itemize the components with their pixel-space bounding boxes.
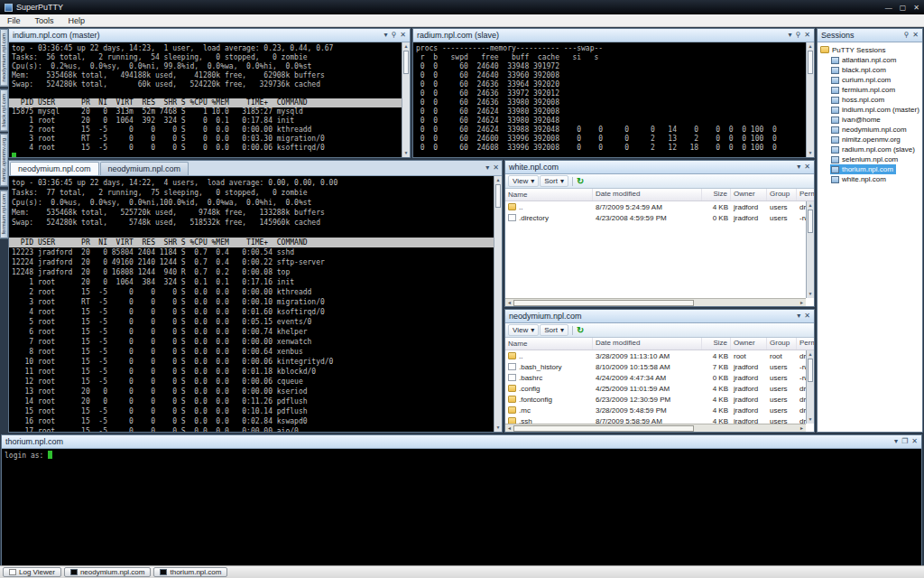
menu-item[interactable]: File (0, 15, 28, 26)
close-icon[interactable]: ✕ (913, 4, 919, 12)
file-row[interactable]: .directory 4/23/2008 4:59:59 PM 0 KB jra… (505, 212, 806, 223)
chevron-down-icon[interactable]: ▾ (797, 163, 800, 171)
close-icon[interactable]: ✕ (493, 164, 499, 172)
sort-button[interactable]: Sort ▾ (540, 324, 568, 336)
session-item[interactable]: indium.npl.com (master) (830, 105, 922, 115)
column-header-cell[interactable]: Group (767, 338, 797, 350)
column-header-cell[interactable]: Size (702, 189, 731, 200)
file-row[interactable]: .bash_history 8/10/2009 10:15:58 AM 7 KB… (505, 361, 806, 372)
file-row[interactable]: .mc 3/28/2009 5:48:59 PM 4 KB jradford u… (505, 405, 806, 415)
column-header-cell[interactable]: Group (767, 189, 797, 200)
close-icon[interactable]: ✕ (804, 312, 810, 320)
taskbar-button[interactable]: neodymium.npl.com (64, 567, 152, 577)
column-header-cell[interactable]: Name (505, 338, 593, 350)
scroll-up-icon[interactable]: ▲ (402, 42, 410, 51)
view-button[interactable]: View ▾ (508, 175, 539, 187)
pin-icon[interactable]: ⚲ (795, 32, 800, 39)
column-header-cell[interactable]: Owner (731, 338, 767, 350)
file-row[interactable]: .. 3/28/2009 11:13:10 AM 4 KB root root … (505, 350, 806, 361)
session-item[interactable]: black.npl.com (830, 65, 889, 75)
refresh-icon[interactable]: ↻ (577, 176, 584, 186)
scroll-down-icon[interactable]: ▼ (807, 415, 814, 424)
collapsed-pane-tab[interactable]: neodymium.npl.com (0, 29, 8, 87)
scroll-down-icon[interactable]: ▼ (807, 149, 814, 157)
session-item[interactable]: nimitz.openmv.org (830, 135, 903, 144)
chevron-down-icon[interactable]: ▾ (788, 32, 791, 39)
horizontal-scrollbar[interactable]: ◄ ► (505, 298, 806, 306)
sort-button[interactable]: Sort ▾ (540, 175, 568, 187)
terminal-thorium[interactable]: login as: (2, 449, 921, 565)
column-header-cell[interactable]: Owner (731, 189, 767, 200)
session-item[interactable]: atlantian.npl.com (830, 55, 899, 65)
chevron-down-icon[interactable]: ▾ (383, 32, 387, 39)
column-header-cell[interactable]: Date modified (593, 189, 702, 200)
window-titlebar[interactable]: SuperPuTTY — ▢ ✕ (0, 0, 924, 14)
scroll-down-icon[interactable]: ▼ (402, 149, 410, 157)
column-header-cell[interactable]: Date modified (593, 338, 702, 350)
chevron-down-icon[interactable]: ▾ (797, 312, 800, 320)
scroll-down-icon[interactable]: ▼ (494, 424, 502, 432)
scroll-down-icon[interactable]: ▼ (807, 290, 814, 298)
terminal-tab[interactable]: neodymium.npl.com (100, 162, 189, 175)
session-item[interactable]: hoss.npl.com (830, 95, 887, 105)
scroll-thumb[interactable] (513, 300, 694, 306)
collapsed-pane-tab[interactable]: black.npl.com (0, 89, 8, 132)
menu-item[interactable]: Help (61, 15, 93, 26)
pane-titlebar[interactable]: neodymium.npl.com ▾ ✕ (505, 310, 814, 323)
session-item[interactable]: fermium.npl.com (830, 85, 898, 95)
close-icon[interactable]: ✕ (911, 438, 918, 445)
collapsed-pane-tab[interactable]: nimitz.openmv.org (0, 134, 8, 187)
file-row[interactable]: .bashrc 4/24/2009 4:47:34 AM 0 KB jradfo… (505, 372, 806, 383)
terminal-tab[interactable]: neodymium.npl.com (10, 162, 99, 175)
scroll-left-icon[interactable]: ◄ (505, 300, 513, 305)
scroll-up-icon[interactable]: ▲ (807, 350, 814, 359)
file-row[interactable]: .config 4/25/2009 11:01:59 AM 4 KB jradf… (505, 383, 806, 394)
column-header-cell[interactable]: Permissions (797, 338, 814, 350)
scroll-up-icon[interactable]: ▲ (807, 201, 814, 210)
session-item[interactable]: thorium.npl.com (830, 164, 896, 174)
terminal-indium[interactable]: top - 03:36:45 up 22 days, 14:23, 1 user… (9, 42, 410, 157)
taskbar-button[interactable]: Log Viewer (3, 567, 61, 577)
scroll-thumb[interactable] (808, 51, 813, 74)
close-icon[interactable]: ✕ (804, 32, 810, 39)
scroll-thumb[interactable] (495, 184, 501, 208)
close-icon[interactable]: ✕ (912, 32, 919, 39)
session-item[interactable]: neodymium.npl.com (830, 125, 910, 135)
file-row[interactable]: .. 8/7/2009 5:24:59 AM 4 KB jradford use… (505, 201, 806, 212)
session-item[interactable]: radium.npl.com (slave) (830, 144, 918, 154)
scroll-up-icon[interactable]: ▲ (807, 42, 814, 51)
sessions-titlebar[interactable]: Sessions ⚲ ✕ (818, 29, 922, 42)
pane-titlebar[interactable]: white.npl.com ▾ ✕ (505, 161, 814, 174)
vertical-scrollbar[interactable]: ▲ ▼ (806, 350, 814, 424)
scroll-up-icon[interactable]: ▲ (494, 176, 502, 184)
pane-titlebar[interactable]: radium.npl.com (slave) ▾ ⚲ ✕ (413, 29, 814, 42)
maximize-icon[interactable]: ▢ (900, 4, 907, 12)
pane-titlebar[interactable]: thorium.npl.com ▾ ❐ ✕ (2, 435, 921, 449)
vertical-scrollbar[interactable]: ▲ ▼ (806, 42, 814, 157)
scroll-thumb[interactable] (808, 210, 813, 233)
terminal-neodymium[interactable]: top - 03:36:45 up 22 days, 14:22, 4 user… (9, 176, 502, 432)
scroll-right-icon[interactable]: ► (798, 425, 806, 431)
chevron-down-icon[interactable]: ▾ (894, 438, 898, 445)
collapsed-pane-tab[interactable]: fermium.npl.com (0, 190, 8, 238)
close-icon[interactable]: ✕ (400, 32, 406, 39)
terminal-radium[interactable]: procs -----------memory---------- ---swa… (413, 42, 814, 157)
menu-item[interactable]: Tools (28, 15, 61, 26)
scroll-thumb[interactable] (513, 425, 694, 432)
close-icon[interactable]: ✕ (804, 163, 810, 171)
scroll-right-icon[interactable]: ► (798, 300, 806, 305)
session-item[interactable]: curium.npl.com (830, 75, 893, 85)
file-row[interactable]: .fontconfig 6/23/2009 12:30:59 PM 4 KB j… (505, 394, 806, 405)
view-button[interactable]: View ▾ (508, 324, 539, 336)
chevron-down-icon[interactable]: ▾ (485, 164, 489, 172)
pin-icon[interactable]: ⚲ (903, 32, 909, 39)
minimize-icon[interactable]: — (885, 4, 892, 12)
session-item[interactable]: ivan@home (830, 115, 883, 125)
restore-icon[interactable]: ❐ (901, 438, 908, 445)
refresh-icon[interactable]: ↻ (577, 325, 584, 335)
scroll-left-icon[interactable]: ◄ (505, 425, 513, 431)
taskbar-button[interactable]: thorium.npl.com (153, 567, 227, 577)
horizontal-scrollbar[interactable]: ◄ ► (505, 424, 806, 432)
vertical-scrollbar[interactable]: ▲ ▼ (494, 176, 502, 432)
vertical-scrollbar[interactable]: ▲ ▼ (806, 201, 814, 298)
